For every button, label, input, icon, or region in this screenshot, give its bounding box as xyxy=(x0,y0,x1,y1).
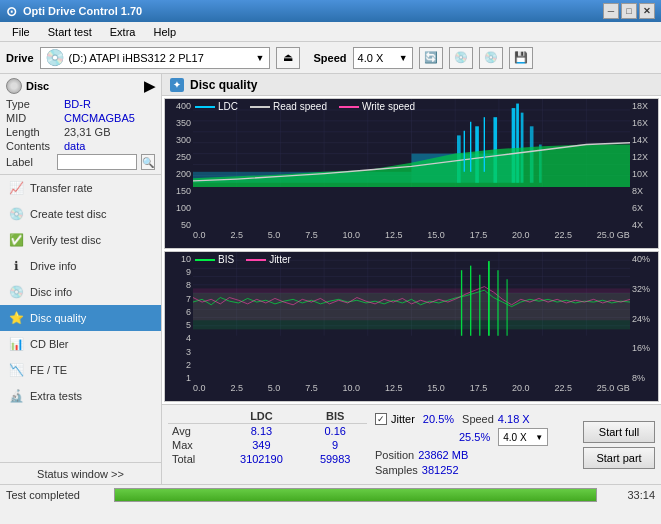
disc-length-row: Length 23,31 GB xyxy=(6,126,155,138)
cd-bler-icon: 📊 xyxy=(8,336,24,352)
menu-extra[interactable]: Extra xyxy=(102,24,144,40)
save-button[interactable]: 💾 xyxy=(509,47,533,69)
disc-mid-row: MID CMCMAGBA5 xyxy=(6,112,155,124)
bis-chart: BIS Jitter 10 9 8 7 6 5 4 3 xyxy=(164,251,659,402)
content-area: ✦ Disc quality LDC Read speed xyxy=(162,74,661,484)
position-label: Position xyxy=(375,449,414,461)
nav-drive-info[interactable]: ℹ Drive info xyxy=(0,253,161,279)
ldc-chart: LDC Read speed Write speed 400 350 300 xyxy=(164,98,659,249)
eject-button[interactable]: ⏏ xyxy=(276,47,300,69)
minimize-button[interactable]: ─ xyxy=(603,3,619,19)
nav-verify-test-disc[interactable]: ✅ Verify test disc xyxy=(0,227,161,253)
stats-col-bis: BIS xyxy=(303,409,367,424)
nav-extra-tests-label: Extra tests xyxy=(30,390,82,402)
disc-arrow-icon[interactable]: ▶ xyxy=(144,78,155,94)
status-bar: Test completed 33:14 xyxy=(0,484,661,504)
drive-icon: 💿 xyxy=(45,48,65,67)
stats-col-empty xyxy=(168,409,220,424)
drive-select[interactable]: 💿 (D:) ATAPI iHBS312 2 PL17 ▼ xyxy=(40,47,270,69)
bis-legend-label: BIS xyxy=(218,254,234,265)
disc-panel: Disc ▶ Type BD-R MID CMCMAGBA5 Length 23… xyxy=(0,74,161,175)
menu-file[interactable]: File xyxy=(4,24,38,40)
disc-button[interactable]: 💿 xyxy=(449,47,473,69)
eject-icon: ⏏ xyxy=(283,51,293,64)
speed-dropdown-arrow: ▼ xyxy=(399,53,408,63)
nav-extra-tests[interactable]: 🔬 Extra tests xyxy=(0,383,161,409)
disc-quality-icon-badge: ✦ xyxy=(170,78,184,92)
speed-label: Speed xyxy=(314,52,347,64)
jitter-checkbox[interactable]: ✓ xyxy=(375,413,387,425)
disc-label-row: Label 🔍 xyxy=(6,154,155,170)
close-button[interactable]: ✕ xyxy=(639,3,655,19)
menu-start-test[interactable]: Start test xyxy=(40,24,100,40)
disc-button2[interactable]: 💿 xyxy=(479,47,503,69)
disc-contents-value: data xyxy=(64,140,85,152)
stats-avg-label: Avg xyxy=(168,424,220,439)
app-icon: ⊙ xyxy=(6,4,17,19)
stats-row-max: Max 349 9 xyxy=(168,438,367,452)
status-window-button[interactable]: Status window >> xyxy=(0,462,161,484)
window-controls: ─ □ ✕ xyxy=(603,3,655,19)
create-test-disc-icon: 💿 xyxy=(8,206,24,222)
nav-create-test-disc-label: Create test disc xyxy=(30,208,106,220)
title-bar: ⊙ Opti Drive Control 1.70 ─ □ ✕ xyxy=(0,0,661,22)
maximize-button[interactable]: □ xyxy=(621,3,637,19)
nav-create-test-disc[interactable]: 💿 Create test disc xyxy=(0,201,161,227)
app-title: Opti Drive Control 1.70 xyxy=(23,5,142,17)
stats-middle: ✓ Jitter 20.5% Speed 4.18 X 25.5% 4.0 X … xyxy=(375,409,575,480)
refresh-button[interactable]: 🔄 xyxy=(419,47,443,69)
disc-type-value: BD-R xyxy=(64,98,91,110)
nav-fe-te-label: FE / TE xyxy=(30,364,67,376)
jitter-legend-item: Jitter xyxy=(246,254,291,265)
nav-fe-te[interactable]: 📉 FE / TE xyxy=(0,357,161,383)
jitter-max-value: 25.5% xyxy=(459,431,490,443)
stats-avg-ldc: 8.13 xyxy=(220,424,304,439)
nav-transfer-rate-label: Transfer rate xyxy=(30,182,93,194)
stats-row-total: Total 3102190 59983 xyxy=(168,452,367,466)
disc-mid-label: MID xyxy=(6,112,64,124)
start-full-button[interactable]: Start full xyxy=(583,421,655,443)
main-layout: Disc ▶ Type BD-R MID CMCMAGBA5 Length 23… xyxy=(0,74,661,484)
disc-header: Disc ▶ xyxy=(6,78,155,94)
label-search-button[interactable]: 🔍 xyxy=(141,154,155,170)
fe-te-icon: 📉 xyxy=(8,362,24,378)
stats-table-wrap: LDC BIS Avg 8.13 0.16 Max 349 xyxy=(168,409,367,480)
start-part-button[interactable]: Start part xyxy=(583,447,655,469)
sidebar: Disc ▶ Type BD-R MID CMCMAGBA5 Length 23… xyxy=(0,74,162,484)
status-window-label: Status window >> xyxy=(37,468,124,480)
disc-quality-header: ✦ Disc quality xyxy=(162,74,661,96)
drive-dropdown-arrow: ▼ xyxy=(256,53,265,63)
menu-help[interactable]: Help xyxy=(145,24,184,40)
ldc-legend-dot xyxy=(195,106,215,108)
speed-dropdown-stats[interactable]: 4.0 X ▼ xyxy=(498,428,548,446)
stats-max-label: Max xyxy=(168,438,220,452)
write-speed-legend-dot xyxy=(339,106,359,108)
ldc-y-axis-right: 18X 16X 14X 12X 10X 8X 6X 4X xyxy=(630,99,658,230)
nav-transfer-rate[interactable]: 📈 Transfer rate xyxy=(0,175,161,201)
nav-disc-quality[interactable]: ⭐ Disc quality xyxy=(0,305,161,331)
svg-rect-49 xyxy=(193,288,630,320)
disc-type-row: Type BD-R xyxy=(6,98,155,110)
extra-tests-icon: 🔬 xyxy=(8,388,24,404)
bis-y-axis-right: 40% 32% 24% 16% 8% xyxy=(630,252,658,383)
nav-disc-info[interactable]: 💿 Disc info xyxy=(0,279,161,305)
drive-value: (D:) ATAPI iHBS312 2 PL17 xyxy=(69,52,204,64)
bis-legend-item: BIS xyxy=(195,254,234,265)
speed-select[interactable]: 4.0 X ▼ xyxy=(353,47,413,69)
verify-test-disc-icon: ✅ xyxy=(8,232,24,248)
nav-cd-bler[interactable]: 📊 CD Bler xyxy=(0,331,161,357)
disc-icon xyxy=(6,78,22,94)
stats-avg-bis: 0.16 xyxy=(303,424,367,439)
drive-label: Drive xyxy=(6,52,34,64)
bis-legend: BIS Jitter xyxy=(195,254,291,265)
bis-legend-dot xyxy=(195,259,215,261)
speed-value: 4.0 X xyxy=(358,52,384,64)
disc-label-input[interactable] xyxy=(57,154,137,170)
position-row: Position 23862 MB xyxy=(375,449,575,461)
disc-contents-label: Contents xyxy=(6,140,64,152)
drive-bar: Drive 💿 (D:) ATAPI iHBS312 2 PL17 ▼ ⏏ Sp… xyxy=(0,42,661,74)
read-speed-legend-label: Read speed xyxy=(273,101,327,112)
position-value: 23862 MB xyxy=(418,449,468,461)
progress-bar xyxy=(114,488,597,502)
progress-bar-fill xyxy=(115,489,596,501)
